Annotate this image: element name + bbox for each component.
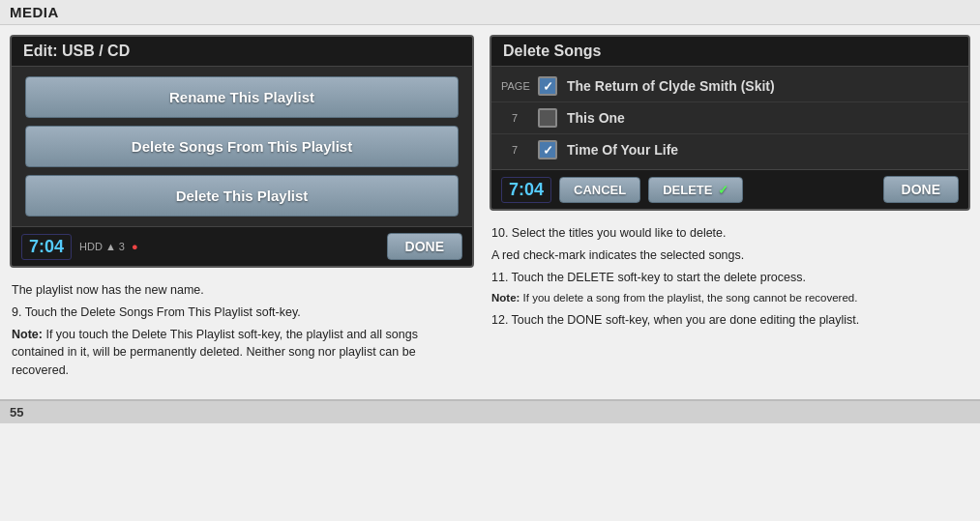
checkbox-3[interactable]: ✓ [538,140,557,159]
right-note: Note: If you delete a song from the play… [491,290,968,306]
left-note: Note: If you touch the Delete This Playl… [12,326,472,380]
left-note-body: If you touch the Delete This Playlist so… [12,328,418,378]
page-title: MEDIA [10,4,59,20]
song-row-3: 7 ✓ Time Of Your Life [491,134,968,165]
right-panel: Delete Songs PAGE ✓ The Return of Clyde … [490,35,970,390]
checkbox-2[interactable] [538,108,557,128]
page-number: 55 [10,405,23,420]
right-time-display: 7:04 [501,177,551,203]
left-time-display: 7:04 [21,234,72,260]
right-note-label: Note: [491,292,520,304]
song-list: PAGE ✓ The Return of Clyde Smith (Skit) … [491,67,968,169]
left-line1: The playlist now has the new name. [12,281,472,300]
hdd-info: HDD ▲ 3 ● [79,241,379,252]
right-description: 10. Select the titles you would like to … [490,218,970,338]
delete-checkmark: ✓ [718,183,728,197]
delete-playlist-button[interactable]: Delete This Playlist [25,175,459,217]
hdd-icon: ● [132,241,138,252]
left-panel: Edit: USB / CD Rename This Playlist Dele… [10,35,474,390]
left-note-label: Note: [12,328,43,341]
right-screen-footer: 7:04 CANCEL DELETE ✓ DONE [491,169,968,209]
right-screen-header: Delete Songs [491,37,968,67]
left-done-button[interactable]: DONE [387,233,462,260]
page-number-bar: 55 [0,399,980,423]
checkmark-1: ✓ [543,79,553,94]
left-screen-footer: 7:04 HDD ▲ 3 ● DONE [12,226,472,266]
rename-playlist-button[interactable]: Rename This Playlist [25,76,459,118]
left-screen: Edit: USB / CD Rename This Playlist Dele… [10,35,474,268]
page-indicator-1: PAGE [501,80,528,92]
right-note-body: If you delete a song from the playlist, … [520,292,857,304]
song-row-2: 7 This One [491,102,968,134]
delete-label: DELETE [663,183,712,197]
song-title-3: Time Of Your Life [567,142,678,158]
left-screen-buttons: Rename This Playlist Delete Songs From T… [12,67,472,226]
right-line3: 11. Touch the DELETE soft-key to start t… [491,269,968,287]
page-title-bar: MEDIA [0,0,980,25]
right-line1: 10. Select the titles you would like to … [491,224,968,243]
song-title-2: This One [567,110,625,126]
checkmark-3: ✓ [543,143,553,158]
hdd-arrow: ▲ [105,241,116,252]
page-indicator-3: 7 [501,144,528,156]
left-description: The playlist now has the new name. 9. To… [10,275,474,390]
checkbox-1[interactable]: ✓ [538,76,557,96]
right-line2: A red check-mark indicates the selected … [491,246,968,265]
song-row-1: PAGE ✓ The Return of Clyde Smith (Skit) [491,71,968,102]
page-indicator-2: 7 [501,112,528,124]
delete-button[interactable]: DELETE ✓ [648,177,743,203]
left-line2: 9. Touch the Delete Songs From This Play… [12,304,472,322]
delete-songs-button[interactable]: Delete Songs From This Playlist [25,126,459,167]
right-screen: Delete Songs PAGE ✓ The Return of Clyde … [490,35,970,211]
left-screen-header: Edit: USB / CD [12,37,472,67]
right-done-button[interactable]: DONE [883,176,959,203]
hdd-number: 3 [119,241,125,252]
cancel-button[interactable]: CANCEL [559,177,640,203]
song-title-1: The Return of Clyde Smith (Skit) [567,78,775,94]
hdd-label: HDD [79,241,103,252]
right-line4: 12. Touch the DONE soft-key, when you ar… [491,311,968,330]
